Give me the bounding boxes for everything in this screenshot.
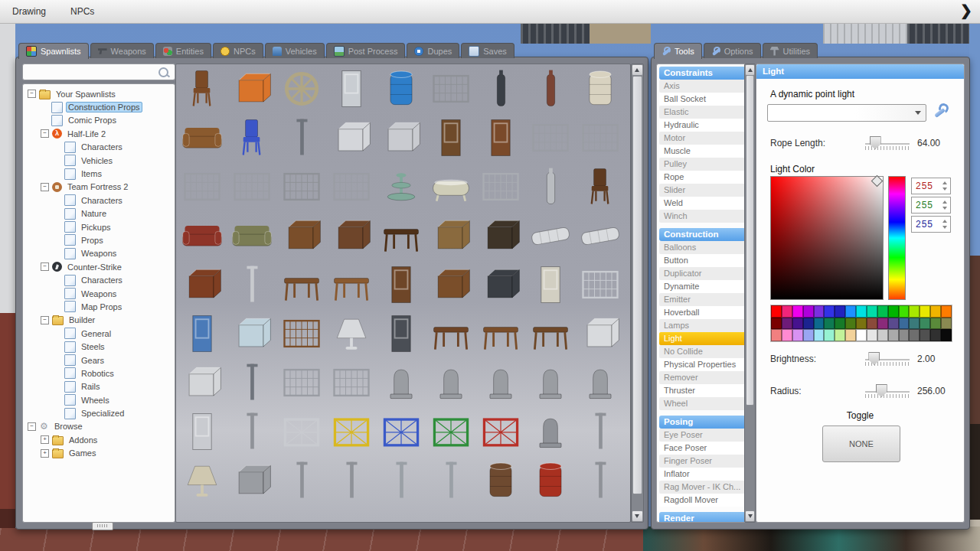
spawnicon-wood-crate[interactable] (428, 213, 474, 259)
spawnicon-sofa-red[interactable] (179, 213, 225, 259)
spawnicon-metal-pole[interactable] (577, 409, 623, 455)
spawnicon-gas-canister[interactable] (478, 66, 524, 112)
palette-swatch[interactable] (782, 318, 792, 330)
spawnicon-locker-dark[interactable] (378, 311, 424, 357)
scroll-down-icon[interactable] (632, 510, 643, 522)
tree-item-construction-props[interactable]: Construction Props (23, 100, 175, 113)
spawnicon-small-table[interactable] (528, 311, 573, 357)
tool-item-pulley[interactable]: Pulley (659, 158, 746, 171)
palette-swatch[interactable] (803, 305, 814, 318)
palette-swatch[interactable] (930, 318, 941, 330)
palette-swatch[interactable] (803, 329, 814, 341)
spawnicon-radiator[interactable] (577, 262, 623, 308)
spawnicon-wire-gate[interactable] (279, 164, 325, 210)
tool-item-slider[interactable]: Slider (659, 184, 746, 197)
spawnicon-side-table[interactable] (279, 262, 325, 308)
palette-swatch[interactable] (899, 305, 910, 318)
tool-item-balloons[interactable]: Balloons (659, 241, 746, 254)
spawnicon-cage-white[interactable] (279, 409, 325, 455)
palette-swatch[interactable] (782, 305, 792, 318)
spawnicon-bed-frame[interactable] (478, 164, 524, 210)
palette-swatch[interactable] (909, 318, 920, 330)
tool-item-duplicator[interactable]: Duplicator (659, 267, 746, 280)
spawnicon-coat-rack[interactable] (279, 311, 325, 357)
palette-swatch[interactable] (814, 305, 825, 318)
tool-item-inflator[interactable]: Inflator (659, 468, 746, 481)
spawnicon-lamp-post[interactable] (279, 115, 325, 161)
spawnicon-wire-fence-b[interactable] (577, 115, 623, 161)
spawnicon-red-dresser[interactable] (179, 262, 225, 308)
spawnicon-old-wheel[interactable] (279, 66, 325, 112)
spawnicon-street-lamp[interactable] (229, 360, 275, 406)
tab-post-process[interactable]: Post Process (326, 43, 406, 58)
spawnicon-gravestone-a[interactable] (378, 360, 424, 406)
spawnicon-fridge[interactable] (528, 262, 573, 308)
scroll-down-icon[interactable] (745, 510, 755, 522)
tree-item-vehicles[interactable]: Vehicles (23, 154, 175, 167)
palette-swatch[interactable] (899, 318, 910, 330)
spinner-arrows-icon[interactable] (942, 178, 948, 194)
spawnicon-glass-pane[interactable] (229, 311, 275, 357)
spawnicon-stove[interactable] (478, 262, 524, 308)
palette-swatch[interactable] (856, 329, 867, 341)
preset-dropdown[interactable] (767, 104, 926, 122)
spawnicon-gravestone-d[interactable] (528, 360, 573, 406)
spawnicon-round-table[interactable] (428, 311, 474, 357)
spawnicon-door-frame[interactable] (478, 115, 524, 161)
tool-item-motor[interactable]: Motor (659, 132, 746, 145)
tool-item-thruster[interactable]: Thruster (659, 384, 746, 397)
spawnicon-metal-door[interactable] (328, 66, 374, 112)
palette-swatch[interactable] (771, 318, 782, 330)
tool-item-ragdoll-mover[interactable]: Ragdoll Mover (659, 494, 746, 507)
tree-item-general[interactable]: General (23, 327, 175, 340)
palette-swatch[interactable] (835, 318, 845, 330)
green-value-input[interactable]: 255 (911, 197, 951, 214)
tree-item-weapons[interactable]: Weapons (23, 247, 175, 260)
tool-item-wheel[interactable]: Wheel (659, 397, 746, 410)
spawnicon-school-chair[interactable] (229, 115, 275, 161)
palette-swatch[interactable] (930, 329, 941, 341)
spawnicon-locker-white[interactable] (179, 409, 225, 455)
tree-item-characters[interactable]: Characters (23, 273, 175, 286)
tree-item-gears[interactable]: Gears (23, 354, 175, 367)
spawnicon-washer[interactable] (179, 360, 225, 406)
tree-item-map-props[interactable]: Map Props (23, 300, 175, 313)
tree-item-your-spawnlists[interactable]: −Your Spawnlists (23, 87, 175, 100)
tool-item-no-collide[interactable]: No Collide (659, 345, 746, 358)
tree-item-specialized[interactable]: Specialized (23, 406, 175, 419)
palette-swatch[interactable] (824, 305, 835, 318)
palette-swatch[interactable] (792, 329, 803, 341)
spawnicon-wood-chair[interactable] (577, 164, 623, 210)
palette-swatch[interactable] (920, 318, 930, 330)
spawnicon-rusty-pipe[interactable] (528, 66, 573, 112)
tool-item-eye-poser[interactable]: Eye Poser (659, 429, 746, 442)
spawnicon-gravestone-c[interactable] (478, 360, 524, 406)
palette-swatch[interactable] (814, 318, 825, 330)
tree-item-builder[interactable]: −Builder (23, 314, 175, 327)
spawnicon-flag-pole[interactable] (229, 262, 275, 308)
spawnicon-wire-fence-c[interactable] (179, 164, 225, 210)
tool-item-light[interactable]: Light (659, 332, 746, 345)
palette-swatch[interactable] (888, 329, 899, 341)
palette-swatch[interactable] (824, 318, 835, 330)
tool-item-weld[interactable]: Weld (659, 197, 746, 210)
spawnicon-truss-b[interactable] (328, 458, 374, 504)
palette-swatch[interactable] (877, 305, 888, 318)
tree-resize-handle[interactable] (92, 522, 113, 530)
tool-item-rope[interactable]: Rope (659, 171, 746, 184)
spawnicon-vending-machine[interactable] (179, 311, 225, 357)
expand-icon[interactable]: + (41, 435, 49, 444)
spawnicon-lockers[interactable] (229, 458, 275, 504)
collapse-icon[interactable]: − (41, 316, 49, 324)
tab-spawnlists[interactable]: Spawnlists (18, 43, 89, 59)
palette-swatch[interactable] (877, 318, 888, 330)
spawnicon-oil-drum[interactable] (478, 458, 524, 504)
menu-item-npcs[interactable]: NPCs (58, 6, 106, 17)
tree-item-pickups[interactable]: Pickups (23, 220, 175, 233)
palette-swatch[interactable] (867, 329, 877, 341)
tab-npcs[interactable]: NPCs (213, 43, 263, 58)
scroll-up-icon[interactable] (745, 64, 755, 76)
palette-swatch[interactable] (782, 329, 792, 341)
tool-item-ball-socket[interactable]: Ball Socket (659, 93, 746, 106)
spawnicon-fence-small-b[interactable] (328, 360, 374, 406)
